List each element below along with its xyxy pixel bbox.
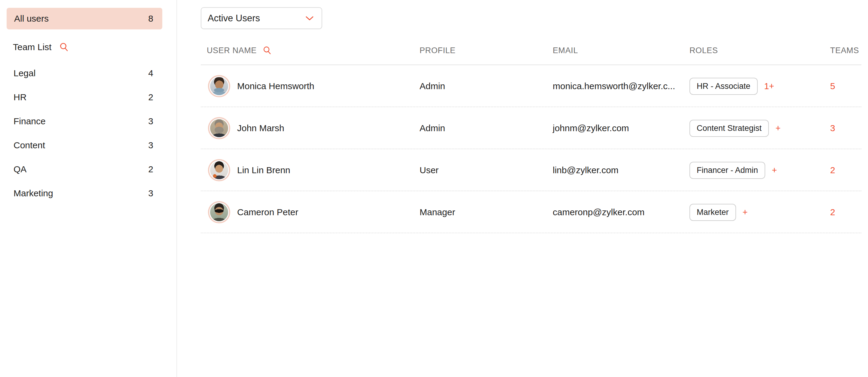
teams-count[interactable]: 2 — [830, 207, 867, 217]
column-header-roles: ROLES — [689, 46, 830, 55]
role-badge[interactable]: Financer - Admin — [689, 162, 765, 179]
users-table: USER NAME PROFILE EMAIL ROLES TEAMS Moni… — [201, 36, 861, 233]
sidebar-item-legal[interactable]: Legal 4 — [0, 61, 177, 85]
avatar — [210, 77, 228, 95]
teams-count[interactable]: 3 — [830, 123, 867, 133]
column-header-teams: TEAMS — [830, 46, 867, 55]
email-value: cameronp@zylker.com — [553, 207, 689, 217]
table-row[interactable]: John Marsh Admin johnm@zylker.com Conten… — [201, 107, 861, 149]
table-row[interactable]: Monica Hemsworth Admin monica.hemsworth@… — [201, 65, 861, 107]
main-content: Active Users USER NAME PROFILE E — [177, 0, 868, 377]
column-header-email: EMAIL — [553, 46, 689, 55]
team-count: 3 — [148, 188, 153, 198]
sidebar: All users 8 Team List Legal 4 HR 2 Finan… — [0, 0, 177, 377]
team-count: 3 — [148, 116, 153, 126]
team-name: Finance — [13, 116, 46, 126]
user-name: Lin Lin Brenn — [237, 165, 290, 175]
sidebar-item-marketing[interactable]: Marketing 3 — [0, 181, 177, 205]
sidebar-item-hr[interactable]: HR 2 — [0, 85, 177, 109]
team-name: Content — [13, 140, 45, 150]
profile-value: User — [420, 165, 553, 175]
email-value: johnm@zylker.com — [553, 123, 689, 133]
column-header-profile: PROFILE — [420, 46, 553, 55]
team-count: 2 — [148, 92, 153, 102]
add-role-link[interactable]: 1+ — [764, 81, 774, 91]
avatar — [210, 203, 228, 221]
search-icon[interactable] — [263, 46, 272, 55]
teams-count[interactable]: 2 — [830, 165, 867, 175]
team-name: QA — [13, 164, 26, 174]
role-badge[interactable]: Marketer — [689, 204, 736, 221]
email-value: monica.hemsworth@zylker.c... — [553, 81, 689, 91]
team-name: Legal — [13, 68, 35, 78]
search-icon[interactable] — [59, 42, 69, 52]
avatar — [210, 119, 228, 137]
table-row[interactable]: Cameron Peter Manager cameronp@zylker.co… — [201, 191, 861, 233]
team-list: Legal 4 HR 2 Finance 3 Content 3 QA 2 Ma… — [0, 61, 177, 205]
chevron-down-icon — [305, 15, 314, 21]
team-count: 4 — [148, 68, 153, 78]
team-name: Marketing — [13, 188, 53, 198]
table-row[interactable]: Lin Lin Brenn User linb@zylker.com Finan… — [201, 149, 861, 191]
team-count: 2 — [148, 164, 153, 174]
profile-value: Admin — [420, 123, 553, 133]
add-role-link[interactable]: + — [772, 165, 777, 175]
sidebar-item-finance[interactable]: Finance 3 — [0, 109, 177, 133]
team-count: 3 — [148, 140, 153, 150]
add-role-link[interactable]: + — [775, 123, 780, 133]
user-filter-dropdown[interactable]: Active Users — [201, 7, 322, 29]
user-name: Monica Hemsworth — [237, 81, 314, 91]
sidebar-item-all-users[interactable]: All users 8 — [7, 8, 162, 29]
team-list-header: Team List — [13, 42, 177, 52]
role-badge[interactable]: HR - Associate — [689, 78, 758, 95]
all-users-label: All users — [14, 13, 49, 24]
column-header-user-name: USER NAME — [207, 46, 257, 55]
filter-selected-value: Active Users — [208, 13, 260, 24]
avatar — [210, 161, 228, 179]
user-management-app: All users 8 Team List Legal 4 HR 2 Finan… — [0, 0, 868, 377]
team-list-label: Team List — [13, 42, 52, 52]
table-header-row: USER NAME PROFILE EMAIL ROLES TEAMS — [201, 36, 861, 65]
user-name: Cameron Peter — [237, 207, 298, 217]
sidebar-item-qa[interactable]: QA 2 — [0, 157, 177, 181]
email-value: linb@zylker.com — [553, 165, 689, 175]
add-role-link[interactable]: + — [743, 207, 748, 217]
profile-value: Manager — [420, 207, 553, 217]
user-name: John Marsh — [237, 123, 284, 133]
all-users-count: 8 — [148, 13, 153, 24]
team-name: HR — [13, 92, 26, 102]
role-badge[interactable]: Content Strategist — [689, 120, 769, 137]
teams-count[interactable]: 5 — [830, 81, 867, 91]
profile-value: Admin — [420, 81, 553, 91]
sidebar-item-content[interactable]: Content 3 — [0, 133, 177, 157]
